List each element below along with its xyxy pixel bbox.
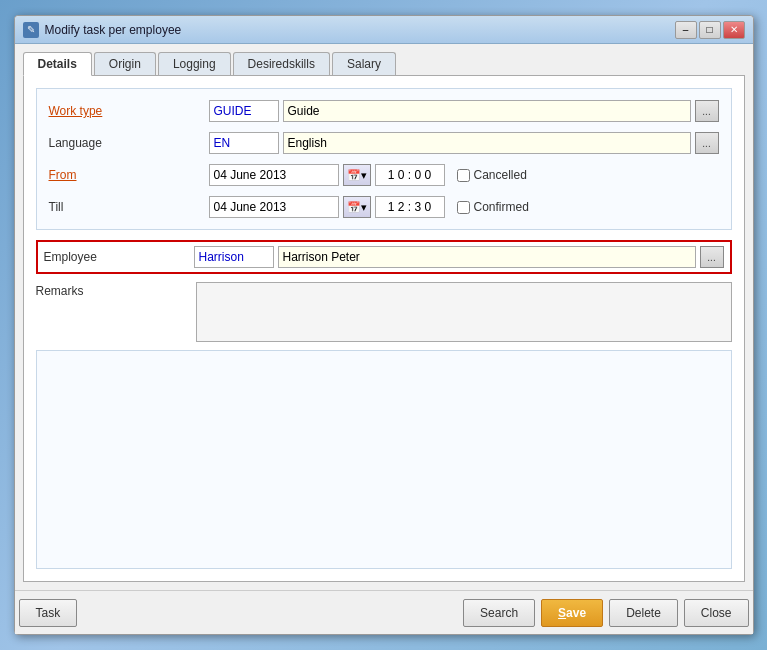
tab-salary[interactable]: Salary — [332, 52, 396, 75]
language-controls: ... — [209, 132, 719, 154]
from-time[interactable] — [375, 164, 445, 186]
language-label: Language — [49, 136, 209, 150]
remarks-label: Remarks — [36, 282, 196, 298]
language-value[interactable] — [283, 132, 691, 154]
from-calendar-button[interactable]: 📅▾ — [343, 164, 371, 186]
tab-bar: Details Origin Logging Desiredskills Sal… — [23, 52, 745, 76]
title-bar: ✎ Modify task per employee – □ ✕ — [15, 16, 753, 44]
from-label[interactable]: From — [49, 168, 209, 182]
cancelled-checkbox[interactable] — [457, 169, 470, 182]
work-type-label[interactable]: Work type — [49, 104, 209, 118]
maximize-button[interactable]: □ — [699, 21, 721, 39]
tab-logging[interactable]: Logging — [158, 52, 231, 75]
cancelled-label: Cancelled — [474, 168, 527, 182]
window-title: Modify task per employee — [45, 23, 675, 37]
confirmed-checkbox-label: Confirmed — [457, 200, 529, 214]
tab-content: Work type ... Language ... — [23, 76, 745, 582]
window-controls: – □ ✕ — [675, 21, 745, 39]
main-window: ✎ Modify task per employee – □ ✕ Details… — [14, 15, 754, 635]
confirmed-label: Confirmed — [474, 200, 529, 214]
tab-details[interactable]: Details — [23, 52, 92, 76]
close-title-button[interactable]: ✕ — [723, 21, 745, 39]
window-icon: ✎ — [23, 22, 39, 38]
till-time[interactable] — [375, 196, 445, 218]
employee-value[interactable] — [278, 246, 696, 268]
work-type-value[interactable] — [283, 100, 691, 122]
tab-desiredskills[interactable]: Desiredskills — [233, 52, 330, 75]
tab-origin[interactable]: Origin — [94, 52, 156, 75]
save-button[interactable]: Save — [541, 599, 603, 627]
work-type-controls: ... — [209, 100, 719, 122]
save-rest: ave — [566, 606, 586, 620]
till-date[interactable] — [209, 196, 339, 218]
footer-right-buttons: Search Save Delete Close — [463, 599, 748, 627]
from-row: From 📅▾ Cancelled — [49, 163, 719, 187]
confirmed-checkbox[interactable] — [457, 201, 470, 214]
search-button[interactable]: Search — [463, 599, 535, 627]
till-row: Till 📅▾ Confirmed — [49, 195, 719, 219]
work-type-code[interactable] — [209, 100, 279, 122]
lower-panel — [36, 350, 732, 569]
cancelled-checkbox-label: Cancelled — [457, 168, 527, 182]
till-controls: 📅▾ Confirmed — [209, 196, 719, 218]
employee-code[interactable] — [194, 246, 274, 268]
window-body: Details Origin Logging Desiredskills Sal… — [15, 44, 753, 590]
form-section: Work type ... Language ... — [36, 88, 732, 230]
till-calendar-button[interactable]: 📅▾ — [343, 196, 371, 218]
language-code[interactable] — [209, 132, 279, 154]
minimize-button[interactable]: – — [675, 21, 697, 39]
employee-browse-button[interactable]: ... — [700, 246, 724, 268]
footer: Task Search Save Delete Close — [15, 590, 753, 634]
language-browse-button[interactable]: ... — [695, 132, 719, 154]
from-date[interactable] — [209, 164, 339, 186]
work-type-row: Work type ... — [49, 99, 719, 123]
work-type-browse-button[interactable]: ... — [695, 100, 719, 122]
remarks-section: Remarks — [36, 282, 732, 342]
employee-controls: ... — [194, 246, 724, 268]
save-underline: S — [558, 606, 566, 620]
task-button[interactable]: Task — [19, 599, 78, 627]
till-label: Till — [49, 200, 209, 214]
employee-row: Employee ... — [36, 240, 732, 274]
footer-left-buttons: Task — [19, 599, 78, 627]
employee-label: Employee — [44, 250, 194, 264]
delete-button[interactable]: Delete — [609, 599, 678, 627]
from-controls: 📅▾ Cancelled — [209, 164, 719, 186]
language-row: Language ... — [49, 131, 719, 155]
close-button[interactable]: Close — [684, 599, 749, 627]
remarks-textarea[interactable] — [196, 282, 732, 342]
